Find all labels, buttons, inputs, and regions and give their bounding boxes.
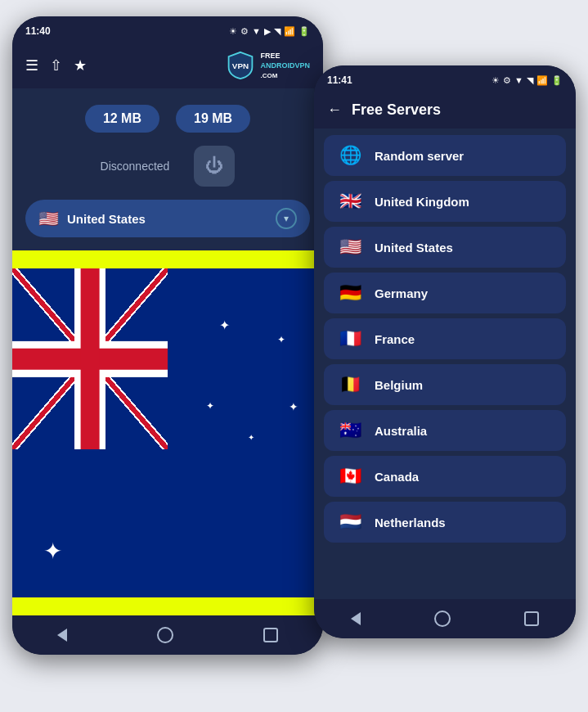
flag-display: ✦ ✦ ✦ ✦ ✦ ✦ bbox=[12, 250, 323, 615]
server-item-random[interactable]: 🌐Random server bbox=[324, 135, 566, 176]
disconnect-row: Disconnected ⏻ bbox=[12, 141, 323, 200]
svg-text:VPN: VPN bbox=[232, 61, 249, 70]
server-name-uk: United Kingdom bbox=[375, 195, 469, 209]
server-selector[interactable]: 🇺🇸 United States ▾ bbox=[25, 200, 310, 237]
server-item-be[interactable]: 🇧🇪Belgium bbox=[324, 364, 566, 405]
server-name-fr: France bbox=[375, 332, 415, 346]
flag-stripe-bottom bbox=[12, 597, 323, 615]
server-flag-uk: 🇬🇧 bbox=[337, 191, 363, 212]
server-flag-au: 🇦🇺 bbox=[337, 420, 363, 441]
server-item-ca[interactable]: 🇨🇦Canada bbox=[324, 456, 566, 497]
app-header-left: ☰ ⇧ ★ VPN FREE ANDROIDVPN .COM bbox=[12, 43, 323, 88]
connection-status: Disconnected bbox=[101, 160, 170, 173]
server-flag-random: 🌐 bbox=[337, 145, 363, 166]
server-flag-be: 🇧🇪 bbox=[337, 374, 363, 395]
home-button-left[interactable] bbox=[157, 627, 173, 643]
shield-logo: VPN bbox=[226, 51, 255, 80]
server-item-au[interactable]: 🇦🇺Australia bbox=[324, 410, 566, 451]
logo: VPN FREE ANDROIDVPN .COM bbox=[226, 51, 310, 80]
power-icon: ⏻ bbox=[205, 155, 223, 177]
server-name-ca: Canada bbox=[375, 470, 419, 484]
bottom-nav-left bbox=[12, 615, 323, 655]
bottom-nav-right bbox=[314, 599, 576, 638]
stats-row: 12 MB 19 MB bbox=[12, 88, 323, 141]
server-list-header: ← Free Servers bbox=[314, 92, 576, 128]
status-bar-right: 11:41 ☀ ⚙ ▼ ◥ 📶 🔋 bbox=[314, 65, 576, 92]
time-left: 11:40 bbox=[25, 25, 51, 37]
server-name-us: United States bbox=[375, 241, 453, 255]
star-1: ✦ bbox=[219, 318, 230, 333]
phone-right: 11:41 ☀ ⚙ ▼ ◥ 📶 🔋 ← Free Servers 🌐Random… bbox=[314, 65, 576, 638]
server-flag-nl: 🇳🇱 bbox=[337, 511, 363, 533]
server-flag-us: 🇺🇸 bbox=[337, 237, 363, 258]
star-2: ✦ bbox=[277, 334, 285, 345]
flag-stripe-top bbox=[12, 250, 323, 268]
logo-text: FREE ANDROIDVPN .COM bbox=[260, 51, 310, 80]
server-flag-ca: 🇨🇦 bbox=[337, 466, 363, 487]
server-item-uk[interactable]: 🇬🇧United Kingdom bbox=[324, 181, 566, 222]
union-jack bbox=[12, 268, 168, 449]
menu-icon[interactable]: ☰ bbox=[25, 56, 38, 74]
phone-left: 11:40 ☀ ⚙ ▼ ▶ ◥ 📶 🔋 ☰ ⇧ ★ VPN bbox=[12, 16, 323, 655]
time-right: 11:41 bbox=[327, 74, 352, 86]
back-button-left[interactable] bbox=[57, 629, 67, 642]
home-button-right[interactable] bbox=[434, 611, 451, 627]
server-name-be: Belgium bbox=[375, 378, 423, 392]
status-icons-left: ☀ ⚙ ▼ ▶ ◥ 📶 🔋 bbox=[229, 26, 310, 37]
power-button[interactable]: ⏻ bbox=[194, 146, 235, 187]
server-list: 🌐Random server🇬🇧United Kingdom🇺🇸United S… bbox=[314, 128, 576, 599]
back-arrow-icon[interactable]: ← bbox=[327, 101, 342, 119]
share-icon[interactable]: ⇧ bbox=[50, 56, 62, 74]
star-commonwealth: ✦ bbox=[43, 538, 62, 565]
header-icons: ☰ ⇧ ★ bbox=[25, 56, 87, 74]
back-button-right[interactable] bbox=[351, 612, 361, 625]
star-4: ✦ bbox=[248, 433, 254, 442]
selected-server-flag: 🇺🇸 bbox=[38, 209, 59, 228]
selected-server-name: United States bbox=[67, 212, 267, 226]
rate-icon[interactable]: ★ bbox=[74, 56, 87, 74]
server-item-fr[interactable]: 🇫🇷France bbox=[324, 318, 566, 359]
server-list-title: Free Servers bbox=[352, 101, 441, 119]
recents-button-right[interactable] bbox=[524, 611, 539, 626]
server-name-random: Random server bbox=[375, 149, 464, 163]
server-item-de[interactable]: 🇩🇪Germany bbox=[324, 273, 566, 313]
server-name-de: Germany bbox=[375, 286, 428, 300]
status-bar-left: 11:40 ☀ ⚙ ▼ ▶ ◥ 📶 🔋 bbox=[12, 16, 323, 43]
chevron-down-icon: ▾ bbox=[276, 208, 297, 229]
status-icons-right: ☀ ⚙ ▼ ◥ 📶 🔋 bbox=[491, 75, 563, 86]
download-stat: 12 MB bbox=[85, 105, 159, 133]
star-3: ✦ bbox=[289, 400, 298, 413]
australia-flag: ✦ ✦ ✦ ✦ ✦ ✦ bbox=[12, 268, 323, 597]
star-5: ✦ bbox=[206, 400, 214, 412]
server-item-nl[interactable]: 🇳🇱Netherlands bbox=[324, 502, 566, 543]
server-name-au: Australia bbox=[375, 424, 427, 438]
server-item-us[interactable]: 🇺🇸United States bbox=[324, 227, 566, 268]
recents-button-left[interactable] bbox=[263, 628, 278, 642]
upload-stat: 19 MB bbox=[176, 105, 250, 133]
server-flag-fr: 🇫🇷 bbox=[337, 328, 363, 349]
server-flag-de: 🇩🇪 bbox=[337, 282, 363, 304]
server-name-nl: Netherlands bbox=[375, 516, 446, 529]
